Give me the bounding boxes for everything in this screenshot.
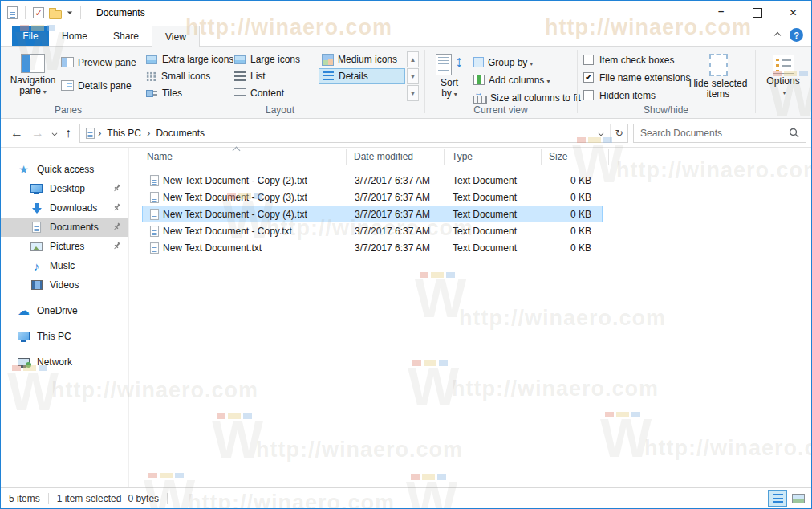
layout-medium-icons[interactable]: Medium icons xyxy=(319,51,405,67)
item-check-boxes-checkbox[interactable]: Item check boxes xyxy=(583,51,674,68)
layout-details[interactable]: Details xyxy=(319,68,405,84)
qat-properties-icon[interactable] xyxy=(33,7,44,18)
qat-new-folder-icon[interactable] xyxy=(49,10,62,19)
sidebar-item-this-pc[interactable]: This PC xyxy=(1,327,128,346)
tab-home[interactable]: Home xyxy=(49,26,100,46)
layout-list[interactable]: List xyxy=(230,68,317,84)
sidebar-item-music[interactable]: Music xyxy=(1,256,128,275)
large-icons-icon xyxy=(234,55,246,64)
text-file-icon xyxy=(150,192,159,203)
group-by-button[interactable]: Group by xyxy=(471,54,535,71)
address-dropdown-icon[interactable] xyxy=(592,124,610,142)
layout-content[interactable]: Content xyxy=(230,85,317,101)
minimize-button[interactable] xyxy=(703,1,739,25)
file-row[interactable]: New Text Document - Copy (2).txt 3/7/201… xyxy=(142,172,603,189)
breadcrumb-documents[interactable]: Documents xyxy=(152,128,208,139)
breadcrumb-chevron[interactable]: › xyxy=(95,127,104,139)
search-placeholder: Search Documents xyxy=(640,128,789,139)
file-row[interactable]: New Text Document.txt 3/7/2017 6:37 AM T… xyxy=(142,239,603,256)
pin-icon xyxy=(112,203,121,214)
sidebar-item-quick-access[interactable]: Quick access xyxy=(1,160,128,179)
item-check-boxes-box[interactable] xyxy=(583,55,594,65)
layout-large-icons[interactable]: Large icons xyxy=(230,51,317,67)
hide-selected-items-button[interactable]: Hide selected items xyxy=(684,50,752,103)
search-input[interactable]: Search Documents xyxy=(633,124,806,143)
sort-by-button[interactable]: ↕ Sort by xyxy=(429,50,469,103)
tab-share[interactable]: Share xyxy=(100,26,152,46)
breadcrumb-chevron[interactable]: › xyxy=(144,127,152,139)
tab-file[interactable]: File xyxy=(12,26,49,46)
add-columns-button[interactable]: Add columns xyxy=(471,71,552,88)
file-row-selected[interactable]: New Text Document - Copy (4).txt 3/7/201… xyxy=(142,206,603,222)
gallery-more-icon[interactable]: ▼ xyxy=(407,85,419,101)
qat-customize-icon[interactable] xyxy=(67,11,72,14)
help-icon[interactable] xyxy=(790,28,803,42)
onedrive-icon xyxy=(17,303,30,318)
file-row[interactable]: New Text Document - Copy (3).txt 3/7/201… xyxy=(142,189,603,206)
layout-tiles[interactable]: Tiles xyxy=(142,85,229,101)
up-icon[interactable]: ↑ xyxy=(65,126,71,140)
recent-locations-icon[interactable] xyxy=(52,130,58,136)
sidebar-item-videos[interactable]: Videos xyxy=(1,275,128,295)
file-name-extensions-checkbox[interactable]: File name extensions xyxy=(583,69,690,86)
hidden-items-box[interactable] xyxy=(583,90,594,100)
close-button[interactable] xyxy=(775,1,811,25)
view-toggles xyxy=(768,490,808,507)
file-row[interactable]: New Text Document - Copy.txt 3/7/2017 6:… xyxy=(142,222,603,239)
column-divider[interactable] xyxy=(346,149,347,165)
ribbon: Navigation pane Preview pane Details pan… xyxy=(1,47,811,119)
layout-small-icons[interactable]: Small icons xyxy=(142,68,229,84)
text-file-icon xyxy=(150,175,159,186)
gallery-scroll-down-icon[interactable]: ▼ xyxy=(407,68,419,84)
sidebar-item-onedrive[interactable]: OneDrive xyxy=(1,301,128,320)
list-icon xyxy=(234,71,246,81)
group-label-show-hide: Show/hide xyxy=(577,104,755,116)
sidebar-item-network[interactable]: Network xyxy=(1,352,128,372)
maximize-button[interactable] xyxy=(739,1,775,25)
collapse-ribbon-icon[interactable] xyxy=(774,31,781,38)
location-icon xyxy=(86,128,95,139)
options-icon xyxy=(773,55,794,74)
navigation-pane-button[interactable]: Navigation pane xyxy=(6,50,60,103)
details-view-icon xyxy=(323,71,334,81)
music-icon xyxy=(30,259,43,273)
column-header-date-modified[interactable]: Date modified xyxy=(354,151,413,162)
sidebar-item-documents[interactable]: Documents xyxy=(1,218,128,237)
file-name-extensions-box[interactable] xyxy=(583,72,594,83)
ribbon-group-layout: Extra large icons Small icons Tiles Larg… xyxy=(136,47,424,118)
preview-pane-button[interactable]: Preview pane xyxy=(59,54,139,71)
column-divider[interactable] xyxy=(444,149,445,165)
sidebar-item-desktop[interactable]: Desktop xyxy=(1,179,128,198)
column-divider[interactable] xyxy=(541,149,542,165)
back-icon[interactable]: ← xyxy=(10,126,23,140)
column-header-name[interactable]: Name xyxy=(147,151,173,162)
quick-access-star-icon xyxy=(17,163,30,176)
tab-view[interactable]: View xyxy=(152,26,200,47)
selection-count: 1 item selected xyxy=(57,493,122,504)
details-pane-icon xyxy=(61,80,74,91)
details-pane-button[interactable]: Details pane xyxy=(59,77,134,94)
group-label-current-view: Current view xyxy=(424,104,577,116)
options-button[interactable]: Options xyxy=(760,50,806,103)
sidebar-item-downloads[interactable]: Downloads xyxy=(1,198,128,218)
breadcrumb-this-pc[interactable]: This PC xyxy=(104,128,144,139)
column-header-size[interactable]: Size xyxy=(549,151,567,162)
sidebar-item-pictures[interactable]: Pictures xyxy=(1,237,128,256)
large-icons-view-button[interactable] xyxy=(789,490,808,507)
medium-icons-icon xyxy=(323,55,333,65)
search-icon[interactable] xyxy=(789,128,799,138)
address-box[interactable]: › This PC › Documents ↻ xyxy=(79,124,628,143)
gallery-scroll-up-icon[interactable]: ▲ xyxy=(407,51,419,67)
layout-extra-large-icons[interactable]: Extra large icons xyxy=(142,51,229,67)
size-all-columns-button[interactable]: Size all columns to fit xyxy=(471,89,583,106)
hidden-items-checkbox[interactable]: Hidden items xyxy=(583,87,656,104)
small-icons-icon xyxy=(146,71,156,82)
forward-icon: → xyxy=(31,126,44,140)
refresh-icon[interactable]: ↻ xyxy=(610,124,627,142)
group-by-icon xyxy=(473,57,484,67)
details-view-button[interactable] xyxy=(768,490,787,507)
column-divider[interactable] xyxy=(608,149,609,165)
column-header-type[interactable]: Type xyxy=(452,151,473,162)
ribbon-group-options: Options xyxy=(755,47,812,118)
pin-icon xyxy=(112,222,121,234)
